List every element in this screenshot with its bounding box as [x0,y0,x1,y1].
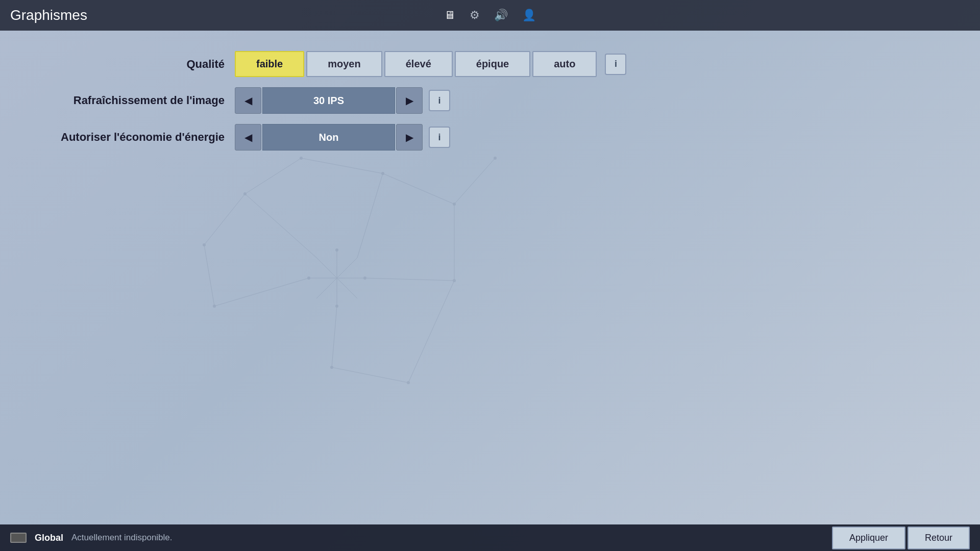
svg-line-3 [316,258,357,298]
svg-line-7 [357,173,383,258]
status-global-label: Global [35,533,63,543]
quality-auto-button[interactable]: auto [532,51,597,77]
energy-info-button[interactable]: i [429,127,450,148]
monitor-icon[interactable]: 🖥 [444,9,455,22]
header-nav-icons: 🖥 ⚙ 🔊 👤 [444,9,536,22]
svg-point-30 [330,366,333,369]
quality-row: Qualité faible moyen élevé épique auto i [31,51,949,77]
quality-eleve-button[interactable]: élevé [384,51,453,77]
svg-point-28 [307,277,310,280]
quality-moyen-button[interactable]: moyen [306,51,382,77]
svg-line-13 [204,245,214,306]
quality-epique-button[interactable]: épique [455,51,530,77]
refresh-next-button[interactable] [396,87,423,114]
svg-point-21 [453,203,456,206]
energy-label: Autoriser l'économie d'énergie [31,131,225,144]
refresh-row: Rafraîchissement de l'image 30 IPS i [31,87,949,114]
gear-icon[interactable]: ⚙ [470,9,480,22]
svg-point-23 [453,279,456,282]
energy-row: Autoriser l'économie d'énergie Non i [31,124,949,151]
svg-line-14 [214,278,309,306]
quality-info-button[interactable]: i [605,54,626,75]
svg-point-24 [203,243,206,246]
volume-icon[interactable]: 🔊 [494,9,508,22]
user-icon[interactable]: 👤 [522,9,536,22]
svg-line-12 [204,194,245,245]
svg-line-2 [316,258,357,298]
status-message: Actuellement indisponible. [71,533,173,543]
energy-prev-button[interactable] [235,124,261,151]
svg-point-25 [213,305,216,308]
svg-point-26 [335,248,338,252]
svg-line-4 [245,194,316,258]
status-action-buttons: Appliquer Retour [832,527,970,549]
svg-point-27 [335,305,338,308]
refresh-value: 30 IPS [262,87,395,114]
status-icon [10,533,27,543]
svg-point-29 [363,277,366,280]
refresh-label: Rafraîchissement de l'image [31,94,225,107]
energy-spinner: Non [235,124,423,151]
energy-next-button[interactable] [396,124,423,151]
svg-line-17 [408,281,454,383]
svg-line-15 [332,306,337,367]
header: Graphismes 🖥 ⚙ 🔊 👤 [0,0,980,31]
refresh-spinner: 30 IPS [235,87,423,114]
svg-line-16 [332,367,408,383]
refresh-info-button[interactable]: i [429,90,450,111]
svg-point-31 [407,381,410,384]
main-content: Qualité faible moyen élevé épique auto i… [0,31,980,181]
quality-faible-button[interactable]: faible [235,51,304,77]
back-button[interactable]: Retour [908,527,970,549]
svg-point-18 [243,192,247,195]
refresh-prev-button[interactable] [235,87,261,114]
quality-buttons: faible moyen élevé épique auto [235,51,599,77]
status-bar: Global Actuellement indisponible. Appliq… [0,524,980,551]
svg-line-10 [365,278,454,281]
energy-value: Non [262,124,395,151]
quality-label: Qualité [31,58,225,71]
apply-button[interactable]: Appliquer [832,527,905,549]
